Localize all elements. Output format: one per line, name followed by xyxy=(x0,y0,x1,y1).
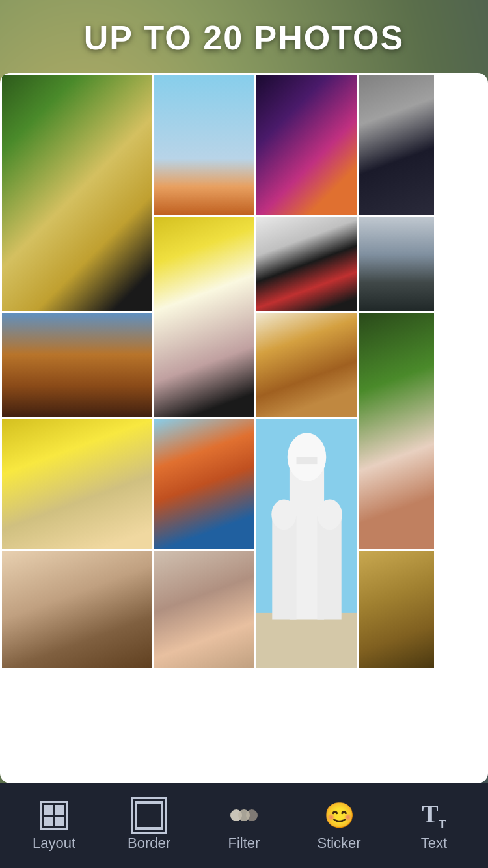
layout-label: Layout xyxy=(33,835,75,852)
layout-icon xyxy=(38,800,70,831)
photo-image-12 xyxy=(154,419,254,549)
photo-image-13 xyxy=(256,419,357,668)
svg-rect-5 xyxy=(272,516,296,620)
sticker-label: Sticker xyxy=(317,835,360,852)
toolbar-item-border[interactable]: Border xyxy=(116,800,182,852)
title-area: UP TO 20 PHOTOS xyxy=(0,0,488,68)
photo-cell-16[interactable] xyxy=(359,551,434,668)
photo-image-3 xyxy=(256,75,357,215)
photo-image-5 xyxy=(154,217,254,417)
photo-cell-8[interactable] xyxy=(2,313,152,417)
photo-cell-10[interactable] xyxy=(359,313,434,549)
photo-cell-15[interactable] xyxy=(154,551,254,668)
photo-cell-3[interactable] xyxy=(256,75,357,215)
photo-image-10 xyxy=(359,313,434,549)
photo-cell-12[interactable] xyxy=(154,419,254,549)
app-container: UP TO 20 PHOTOS xyxy=(0,0,488,868)
toolbar-item-sticker[interactable]: 😊 Sticker xyxy=(306,800,372,852)
photo-cell-11[interactable] xyxy=(2,419,152,549)
sticker-icon-graphic: 😊 xyxy=(324,803,355,828)
svg-rect-6 xyxy=(317,516,341,620)
photo-cell-14[interactable] xyxy=(2,551,152,668)
border-icon-graphic xyxy=(135,801,163,830)
sticker-icon: 😊 xyxy=(323,800,355,831)
collage-card xyxy=(0,73,488,783)
text-label: Text xyxy=(421,835,447,852)
text-icon-graphic: TT xyxy=(422,800,446,832)
photo-cell-9[interactable] xyxy=(256,313,357,417)
filter-icon-graphic xyxy=(230,809,258,821)
filter-icon xyxy=(228,800,260,831)
photo-image-7 xyxy=(359,217,434,311)
photo-cell-13[interactable] xyxy=(256,419,357,668)
toolbar-item-layout[interactable]: Layout xyxy=(21,800,87,852)
border-icon xyxy=(133,800,165,831)
photo-image-9 xyxy=(256,313,357,417)
photo-cell-7[interactable] xyxy=(359,217,434,311)
photo-image-16 xyxy=(359,551,434,668)
photo-cell-4[interactable] xyxy=(359,75,434,215)
border-label: Border xyxy=(128,835,170,852)
photo-image-2 xyxy=(154,75,254,215)
photo-image-14 xyxy=(2,551,152,668)
toolbar: Layout Border Filter 😊 Sticker xyxy=(0,783,488,868)
svg-rect-4 xyxy=(297,457,318,465)
filter-label: Filter xyxy=(228,835,260,852)
photo-cell-1[interactable] xyxy=(2,75,152,311)
svg-rect-1 xyxy=(256,613,357,668)
svg-point-8 xyxy=(317,499,342,530)
photo-image-8 xyxy=(2,313,152,417)
toolbar-item-filter[interactable]: Filter xyxy=(211,800,277,852)
svg-point-7 xyxy=(271,499,296,530)
photo-cell-2[interactable] xyxy=(154,75,254,215)
photo-image-15 xyxy=(154,551,254,668)
photo-cell-6[interactable] xyxy=(256,217,357,311)
photo-cell-5[interactable] xyxy=(154,217,254,417)
collage-wrapper xyxy=(0,68,488,783)
photo-image-1 xyxy=(2,75,152,311)
photo-image-11 xyxy=(2,419,152,549)
photo-image-4 xyxy=(359,75,434,215)
layout-icon-graphic xyxy=(40,801,68,830)
main-title: UP TO 20 PHOTOS xyxy=(13,18,475,57)
toolbar-item-text[interactable]: TT Text xyxy=(401,800,467,852)
photo-image-6 xyxy=(256,217,357,311)
text-icon: TT xyxy=(418,800,450,831)
